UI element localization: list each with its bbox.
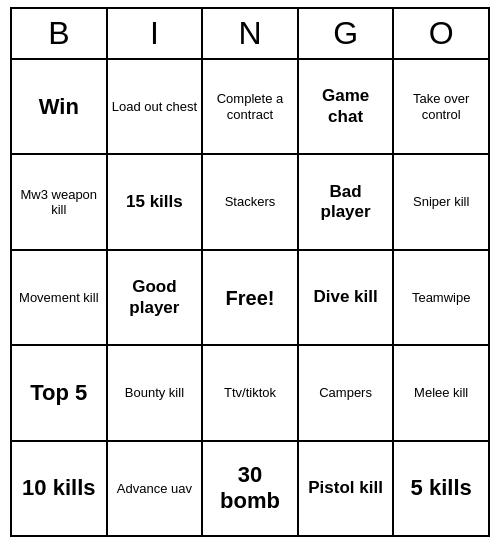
- bingo-row: 10 kills Advance uav 30 bomb Pistol kill…: [12, 442, 488, 535]
- cell-3-4: Melee kill: [394, 346, 488, 439]
- bingo-header: B I N G O: [12, 9, 488, 60]
- cell-3-2: Ttv/tiktok: [203, 346, 299, 439]
- header-o: O: [394, 9, 488, 58]
- cell-0-4: Take over control: [394, 60, 488, 153]
- cell-0-1: Load out chest: [108, 60, 204, 153]
- header-g: G: [299, 9, 395, 58]
- cell-1-2: Stackers: [203, 155, 299, 248]
- bingo-row: Mw3 weapon kill 15 kills Stackers Bad pl…: [12, 155, 488, 250]
- bingo-row: Win Load out chest Complete a contract G…: [12, 60, 488, 155]
- cell-2-2-free: Free!: [203, 251, 299, 344]
- header-n: N: [203, 9, 299, 58]
- cell-4-1: Advance uav: [108, 442, 204, 535]
- cell-1-3: Bad player: [299, 155, 395, 248]
- cell-1-0: Mw3 weapon kill: [12, 155, 108, 248]
- cell-3-1: Bounty kill: [108, 346, 204, 439]
- cell-2-0: Movement kill: [12, 251, 108, 344]
- bingo-row: Movement kill Good player Free! Dive kil…: [12, 251, 488, 346]
- bingo-row: Top 5 Bounty kill Ttv/tiktok Campers Mel…: [12, 346, 488, 441]
- cell-2-4: Teamwipe: [394, 251, 488, 344]
- cell-4-3: Pistol kill: [299, 442, 395, 535]
- cell-4-0: 10 kills: [12, 442, 108, 535]
- header-b: B: [12, 9, 108, 58]
- cell-1-1: 15 kills: [108, 155, 204, 248]
- cell-1-4: Sniper kill: [394, 155, 488, 248]
- cell-3-3: Campers: [299, 346, 395, 439]
- cell-3-0: Top 5: [12, 346, 108, 439]
- header-i: I: [108, 9, 204, 58]
- cell-0-0: Win: [12, 60, 108, 153]
- cell-4-2: 30 bomb: [203, 442, 299, 535]
- cell-2-1: Good player: [108, 251, 204, 344]
- cell-0-3: Game chat: [299, 60, 395, 153]
- cell-0-2: Complete a contract: [203, 60, 299, 153]
- cell-2-3: Dive kill: [299, 251, 395, 344]
- bingo-grid: Win Load out chest Complete a contract G…: [12, 60, 488, 535]
- cell-4-4: 5 kills: [394, 442, 488, 535]
- bingo-card: B I N G O Win Load out chest Complete a …: [10, 7, 490, 537]
